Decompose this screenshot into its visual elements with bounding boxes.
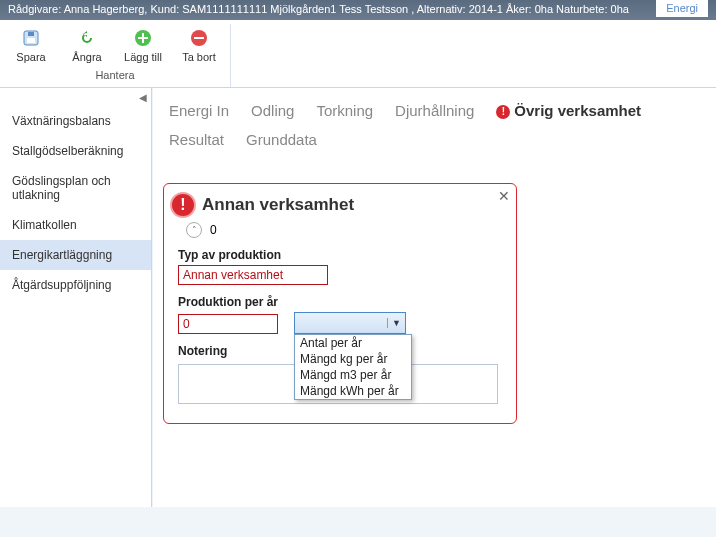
- card-title: Annan verksamhet: [202, 195, 354, 215]
- content-area: Energi In Odling Torkning Djurhållning !…: [152, 88, 716, 507]
- add-label: Lägg till: [124, 51, 162, 64]
- tab-odling[interactable]: Odling: [251, 102, 294, 119]
- label-production: Produktion per år: [178, 295, 502, 309]
- svg-rect-2: [28, 32, 34, 36]
- card-sub-value: 0: [210, 223, 217, 237]
- dropdown-option-antal[interactable]: Antal per år: [295, 335, 411, 351]
- title-right-tab[interactable]: Energi: [656, 0, 708, 17]
- svg-rect-5: [138, 37, 148, 39]
- tab-grunddata[interactable]: Grunddata: [246, 131, 317, 148]
- ribbon-group-hantera: Spara Ångra Lägg till Ta bort H: [0, 24, 231, 87]
- unit-dropdown[interactable]: ▼: [294, 312, 406, 334]
- unit-dropdown-list: Antal per år Mängd kg per år Mängd m3 pe…: [294, 334, 412, 400]
- delete-label: Ta bort: [182, 51, 216, 64]
- title-text: Rådgivare: Anna Hagerberg, Kund: SAM1111…: [8, 3, 629, 17]
- plus-icon: [133, 28, 153, 48]
- tab-ovrig-label: Övrig verksamhet: [514, 102, 641, 119]
- sidebar-item-energikartlaggning[interactable]: Energikartläggning: [0, 240, 151, 270]
- undo-button[interactable]: Ångra: [62, 26, 112, 66]
- dropdown-option-m3[interactable]: Mängd m3 per år: [295, 367, 411, 383]
- sidebar-collapse-icon[interactable]: ◀: [139, 92, 147, 103]
- dropdown-option-kwh[interactable]: Mängd kWh per år: [295, 383, 411, 399]
- chevron-up-icon[interactable]: ˄: [186, 222, 202, 238]
- card-alert-icon: !: [170, 192, 196, 218]
- sidebar-item-vaxtnaringsbalans[interactable]: Växtnäringsbalans: [0, 106, 151, 136]
- close-icon[interactable]: ✕: [498, 188, 510, 204]
- undo-icon: [77, 28, 97, 48]
- alert-icon: !: [496, 105, 510, 119]
- save-button[interactable]: Spara: [6, 26, 56, 66]
- tabs-row-2: Resultat Grunddata: [153, 125, 716, 162]
- tab-energi-in[interactable]: Energi In: [169, 102, 229, 119]
- tab-ovrig-verksamhet[interactable]: !Övrig verksamhet: [496, 102, 641, 119]
- production-input[interactable]: [178, 314, 278, 334]
- card-annan-verksamhet: ✕ ! Annan verksamhet ˄ 0 Typ av produkti…: [163, 183, 517, 424]
- sidebar-item-atgardsuppfoljning[interactable]: Åtgärdsuppföljning: [0, 270, 151, 300]
- tab-resultat[interactable]: Resultat: [169, 131, 224, 148]
- tab-torkning[interactable]: Torkning: [316, 102, 373, 119]
- sidebar: ◀ Växtnäringsbalans Stallgödselberäkning…: [0, 88, 152, 507]
- sidebar-item-stallgodsel[interactable]: Stallgödselberäkning: [0, 136, 151, 166]
- ribbon-group-label: Hantera: [6, 66, 224, 85]
- sidebar-item-godslingsplan[interactable]: Gödslingsplan och utlakning: [0, 166, 151, 210]
- label-type: Typ av produktion: [178, 248, 502, 262]
- svg-rect-1: [27, 38, 35, 43]
- save-icon: [21, 28, 41, 48]
- tab-djurhallning[interactable]: Djurhållning: [395, 102, 474, 119]
- minus-icon: [189, 28, 209, 48]
- type-input[interactable]: [178, 265, 328, 285]
- ribbon: Spara Ångra Lägg till Ta bort H: [0, 20, 716, 88]
- svg-rect-7: [194, 37, 204, 39]
- add-button[interactable]: Lägg till: [118, 26, 168, 66]
- dropdown-option-kg[interactable]: Mängd kg per år: [295, 351, 411, 367]
- delete-button[interactable]: Ta bort: [174, 26, 224, 66]
- tabs-row-1: Energi In Odling Torkning Djurhållning !…: [153, 88, 716, 125]
- sidebar-item-klimatkollen[interactable]: Klimatkollen: [0, 210, 151, 240]
- save-label: Spara: [16, 51, 45, 64]
- title-bar: Rådgivare: Anna Hagerberg, Kund: SAM1111…: [0, 0, 716, 20]
- undo-label: Ångra: [72, 51, 101, 64]
- chevron-down-icon: ▼: [387, 318, 401, 328]
